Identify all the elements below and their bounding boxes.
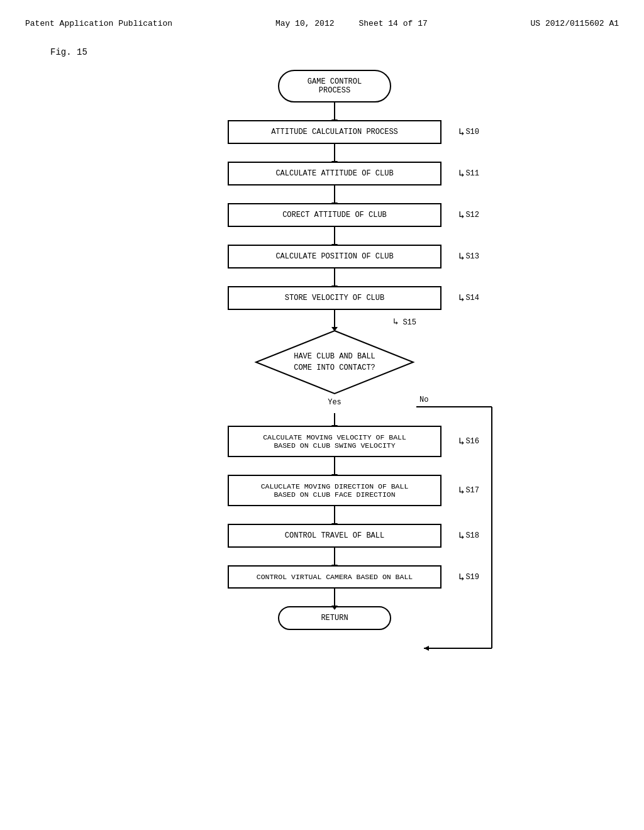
arrow-7 (334, 457, 335, 475)
s13-box: CALCULATE POSITION OF CLUB (228, 245, 441, 268)
publication-label: Patent Application Publication (25, 19, 172, 28)
hook-icon-s15: ↲ (393, 316, 398, 327)
step-s11: CALCULATE ATTITUDE OF CLUB ↲ S11 (228, 162, 441, 185)
step-s16: CALCULATE MOVING VELOCITY OF BALLBASED O… (228, 426, 441, 457)
s11-box: CALCULATE ATTITUDE OF CLUB (228, 162, 441, 185)
hook-icon-s18: ↲ (458, 529, 465, 542)
s18-box: CONTROL TRAVEL OF BALL (228, 524, 441, 548)
s19-box: CONTROL VIRTUAL CAMERA BASED ON BALL (228, 565, 441, 589)
s15-tag: S15 (402, 318, 416, 327)
sheet-label: Sheet 14 of 17 (359, 19, 428, 28)
step-s17: CALUCLATE MOVING DIRECTION OF BALLBASED … (228, 475, 441, 506)
s10-label: ↲ S10 (458, 126, 479, 138)
hook-icon-s12: ↲ (458, 209, 465, 221)
arrow-4 (334, 268, 335, 286)
s15-diamond: HAVE CLUB AND BALLCOME INTO CONTACT? (253, 328, 416, 397)
s11-tag: S11 (465, 169, 479, 178)
header-date: May 10, 2012 Sheet 14 of 17 (275, 19, 428, 28)
s18-label: ↲ S18 (458, 529, 479, 542)
s19-tag: S19 (465, 573, 479, 582)
step-s12: CORECT ATTITUDE OF CLUB ↲ S12 (228, 203, 441, 227)
arrow-0 (334, 102, 335, 120)
yes-label: Yes (328, 398, 341, 407)
s19-label: ↲ S19 (458, 571, 479, 584)
page-header: Patent Application Publication May 10, 2… (25, 13, 619, 41)
s16-label: ↲ S16 (458, 435, 479, 448)
s12-box: CORECT ATTITUDE OF CLUB (228, 203, 441, 227)
s10-box: ATTITUDE CALCULATION PROCESS (228, 120, 441, 144)
header-publication: Patent Application Publication (25, 19, 172, 28)
s13-tag: S13 (465, 252, 479, 261)
branch-area: No CALCULATE MOVING VELOCITY OF BALLBASE… (158, 407, 511, 630)
s15-text: HAVE CLUB AND BALLCOME INTO CONTACT? (294, 351, 375, 374)
arrow-3 (334, 227, 335, 245)
patent-label: US 2012/0115602 A1 (531, 19, 619, 28)
svg-marker-5 (424, 646, 429, 651)
s10-tag: S10 (465, 128, 479, 136)
arrow-10 (334, 589, 335, 606)
arrow-6 (334, 413, 335, 426)
s16-tag: S16 (465, 437, 479, 446)
step-s13: CALCULATE POSITION OF CLUB ↲ S13 (228, 245, 441, 268)
s13-label: ↲ S13 (458, 250, 479, 263)
hook-icon-s19: ↲ (458, 571, 465, 584)
hook-icon-s10: ↲ (458, 126, 465, 138)
hook-icon-s14: ↲ (458, 292, 465, 304)
step-s19: CONTROL VIRTUAL CAMERA BASED ON BALL ↲ S… (228, 565, 441, 589)
s12-label: ↲ S12 (458, 209, 479, 221)
page: Patent Application Publication May 10, 2… (0, 0, 644, 830)
hook-icon-s11: ↲ (458, 167, 465, 180)
arrow-5 (334, 310, 335, 328)
arrow-8 (334, 506, 335, 524)
start-node: GAME CONTROLPROCESS (278, 70, 391, 102)
date-label: May 10, 2012 (275, 19, 335, 28)
s11-label: ↲ S11 (458, 167, 479, 180)
s17-label: ↲ S17 (458, 484, 479, 497)
s17-tag: S17 (465, 486, 479, 495)
arrow-1 (334, 144, 335, 162)
s16-box: CALCULATE MOVING VELOCITY OF BALLBASED O… (228, 426, 441, 457)
hook-icon-s13: ↲ (458, 250, 465, 263)
s15-tag-pos: ↲ S15 (393, 316, 416, 327)
s18-tag: S18 (465, 531, 479, 540)
header-patent: US 2012/0115602 A1 (531, 19, 619, 28)
s14-box: STORE VELOCITY OF CLUB (228, 286, 441, 310)
start-stadium: GAME CONTROLPROCESS (278, 70, 391, 102)
step-s14: STORE VELOCITY OF CLUB ↲ S14 (228, 286, 441, 310)
arrow-2 (334, 185, 335, 203)
arrow-9 (334, 548, 335, 565)
s14-label: ↲ S14 (458, 292, 479, 304)
s14-tag: S14 (465, 294, 479, 302)
step-s18: CONTROL TRAVEL OF BALL ↲ S18 (228, 524, 441, 548)
hook-icon-s17: ↲ (458, 484, 465, 497)
step-s10: ATTITUDE CALCULATION PROCESS ↲ S10 (228, 120, 441, 144)
s12-tag: S12 (465, 211, 479, 219)
flowchart-area: Fig. 15 GAME CONTROLPROCESS ATTITUDE CAL… (25, 41, 619, 630)
hook-icon-s16: ↲ (458, 435, 465, 448)
figure-label: Fig. 15 (50, 47, 87, 57)
s17-box: CALUCLATE MOVING DIRECTION OF BALLBASED … (228, 475, 441, 506)
